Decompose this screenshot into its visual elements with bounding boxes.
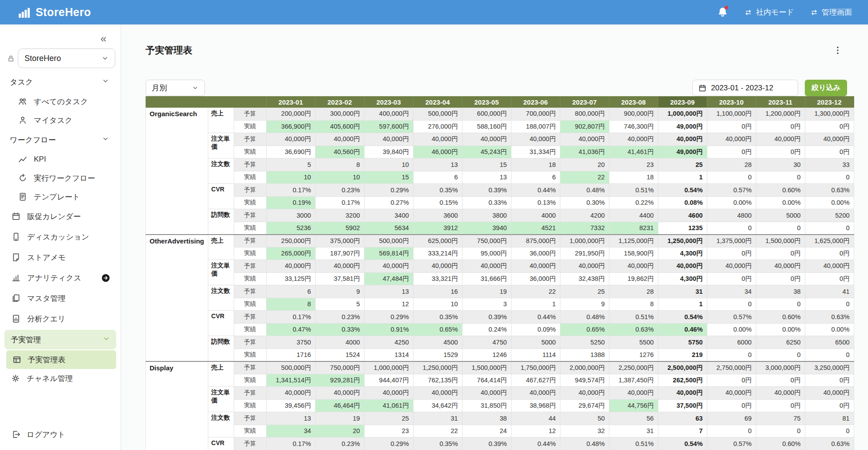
sidebar-item-analytics[interactable]: アナリティクス (0, 268, 121, 288)
sidebar-item-channel-mgmt[interactable]: チャネル管理 (0, 369, 121, 388)
sidebar-item-template[interactable]: テンプレート (0, 187, 121, 206)
sidebar-item-store-memo[interactable]: ストアメモ (0, 247, 121, 268)
sidebar-item-exec-workflow[interactable]: 実行ワークフロー (0, 169, 121, 187)
section-tasks[interactable]: タスク (0, 72, 121, 92)
sidebar-item-label: 予実管理表 (28, 355, 65, 365)
value-cell: 28 (707, 158, 756, 171)
value-cell: 40,000円 (560, 260, 609, 273)
value-cell: 0円 (707, 374, 756, 387)
value-cell: 1,000,000円 (658, 108, 707, 121)
granularity-select[interactable]: 月別 (146, 80, 205, 96)
value-cell: 0.44% (511, 438, 560, 450)
value-cell: 4500 (413, 336, 462, 349)
value-cell: 588,160円 (462, 120, 511, 133)
value-cell: 40,560円 (315, 146, 364, 158)
store-selector[interactable]: StoreHero (18, 49, 115, 68)
section-workflow-label: ワークフロー (10, 135, 56, 145)
value-cell: 4000 (315, 336, 364, 349)
internal-mode-label: 社内モード (756, 7, 794, 17)
value-cell: 38 (462, 412, 511, 425)
table-row: 実績85121031981000 (146, 298, 854, 311)
value-cell: 44 (511, 412, 560, 425)
value-cell: 0.09% (511, 323, 560, 336)
value-cell: 25 (560, 285, 609, 298)
budget-table-area: 2023-012023-022023-032023-042023-052023-… (146, 96, 868, 450)
channel-name: OtherAdvertising (146, 235, 208, 361)
value-cell: 40,000円 (315, 133, 364, 146)
sidebar-item-my-tasks[interactable]: マイタスク (0, 111, 121, 130)
store-selector-row: StoreHero (0, 49, 121, 68)
value-cell: 0.35% (413, 438, 462, 450)
sidebar-item-promo-calendar[interactable]: 販促カレンダー (0, 206, 121, 227)
value-cell: 0.60% (756, 438, 805, 450)
value-cell: 40,000円 (315, 260, 364, 273)
metric-label: 注文数 (208, 412, 234, 438)
value-cell: 944,407円 (364, 374, 413, 387)
table-row: 実績52365902563439123940452173328231123500… (146, 222, 854, 235)
value-cell: 875,000円 (511, 235, 560, 247)
value-cell: 5250 (560, 336, 609, 349)
value-cell: 40,000円 (707, 387, 756, 400)
value-cell: 3750 (266, 336, 315, 349)
chevron-down-icon (102, 77, 109, 87)
value-cell: 40,000円 (756, 133, 805, 146)
filter-button[interactable]: 絞り込み (805, 80, 847, 96)
table-row: 注文単価予算40,000円40,000円40,000円40,000円40,000… (146, 133, 854, 146)
value-cell: 0円 (805, 272, 854, 285)
value-cell: 31 (413, 412, 462, 425)
brand-logo[interactable]: StoreHero (19, 6, 91, 19)
value-cell: 0円 (805, 399, 854, 412)
value-cell: 1,250,000円 (658, 235, 707, 247)
value-cell: 1,750,000円 (511, 361, 560, 374)
sidebar-item-analysis-query[interactable]: 分析クエリ (0, 308, 121, 329)
sidebar-item-budget-table[interactable]: 予実管理表 (6, 350, 116, 369)
row-type-label: 実績 (234, 146, 266, 158)
value-cell: 1314 (364, 349, 413, 361)
logout-button[interactable]: ログアウト (0, 425, 121, 444)
swap-arrows-icon (744, 8, 752, 16)
arrow-right-badge-icon[interactable] (101, 274, 110, 282)
notification-bell-button[interactable] (718, 7, 728, 18)
sidebar-item-discussion[interactable]: ディスカッション (0, 227, 121, 247)
notification-dot (724, 5, 729, 10)
memo-note-icon (12, 253, 20, 262)
value-cell: 95,000円 (462, 247, 511, 260)
value-cell: 40,000円 (315, 387, 364, 400)
kebab-menu-button[interactable] (833, 46, 842, 57)
table-row: CVR予算0.17%0.23%0.29%0.35%0.39%0.44%0.48%… (146, 311, 854, 324)
value-cell: 36,000円 (511, 272, 560, 285)
value-cell: 0.65% (413, 323, 462, 336)
sidebar-collapse-button[interactable]: « (0, 31, 121, 47)
value-cell: 0.63% (805, 184, 854, 197)
value-cell: 8 (315, 158, 364, 171)
row-type-label: 予算 (234, 336, 266, 349)
sidebar-item-kpi[interactable]: KPI (0, 150, 121, 169)
value-cell: 0.51% (609, 438, 658, 450)
value-cell: 40,000円 (805, 133, 854, 146)
value-cell: 3200 (315, 209, 364, 222)
value-cell: 1,300,000円 (805, 108, 854, 121)
sidebar-item-master-mgmt[interactable]: マスタ管理 (0, 288, 121, 308)
table-row: OtherAdvertising売上予算250,000円375,000円500,… (146, 235, 854, 247)
value-cell: 40,000円 (609, 133, 658, 146)
users-icon (18, 97, 27, 106)
sidebar-item-all-tasks[interactable]: すべてのタスク (0, 92, 121, 111)
value-cell: 1388 (560, 349, 609, 361)
date-range-picker[interactable]: 2023-01 - 2023-12 (692, 80, 798, 96)
section-workflow[interactable]: ワークフロー (0, 130, 121, 150)
sidebar-item-label: ストアメモ (27, 252, 66, 263)
metric-label: 訪問数 (208, 336, 234, 361)
admin-screen-switch[interactable]: 管理画面 (810, 7, 852, 17)
row-type-label: 実績 (234, 323, 266, 336)
value-cell: 5236 (266, 222, 315, 235)
row-type-label: 実績 (234, 171, 266, 184)
month-header: 2023-02 (315, 97, 364, 108)
value-cell: 0.19% (266, 196, 315, 209)
value-cell: 1114 (511, 349, 560, 361)
section-budget-mgmt[interactable]: 予実管理 (4, 330, 116, 349)
value-cell: 4200 (560, 209, 609, 222)
value-cell: 0 (707, 425, 756, 438)
value-cell: 0.23% (315, 438, 364, 450)
brand-name: StoreHero (36, 6, 91, 19)
internal-mode-switch[interactable]: 社内モード (744, 7, 794, 17)
